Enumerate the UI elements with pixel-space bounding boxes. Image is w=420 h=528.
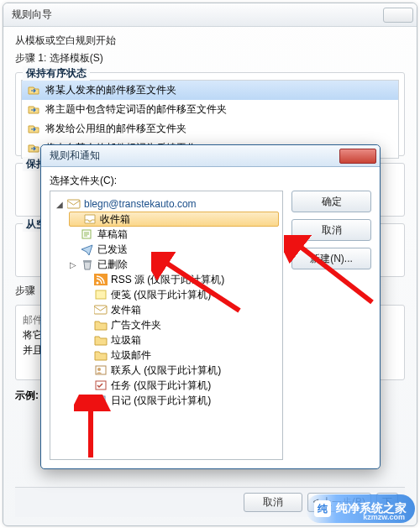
folder-picker-ok-button[interactable]: 确定 [291, 191, 371, 212]
intro-line-2: 步骤 1: 选择模板(S) [15, 51, 405, 65]
collapse-icon[interactable]: ◢ [55, 200, 64, 208]
watermark-url: kzmzw.com [363, 513, 405, 521]
tree-folder-row[interactable]: ▷日记 (仅限于此计算机) [82, 393, 279, 408]
tree-folder-row[interactable]: ▷垃圾箱 [82, 332, 279, 348]
tree-folder-label: 便笺 (仅限于此计算机) [111, 288, 211, 302]
svg-point-8 [97, 368, 101, 371]
tree-folder-row[interactable]: ▷RSS 源 (仅限于此计算机) [82, 272, 279, 287]
svg-rect-11 [97, 396, 99, 405]
ordered-group-title: 保持有序状态 [23, 66, 90, 81]
rss-icon [94, 274, 108, 285]
expand-icon[interactable]: ▷ [69, 260, 77, 269]
tree-folder-row[interactable]: ▷任务 (仅限于此计算机) [82, 378, 279, 393]
template-item-label: 将某人发来的邮件移至文件夹 [45, 83, 176, 97]
tree-folder-row[interactable]: ▷已发送 [69, 242, 279, 257]
tree-folder-row[interactable]: ▷已删除 [69, 257, 279, 272]
watermark-logo-icon: 纯 [314, 500, 331, 517]
svg-rect-2 [83, 260, 92, 262]
svg-point-4 [97, 282, 99, 285]
folder-picker-new-button[interactable]: 新建(N)... [291, 248, 371, 269]
tree-folder-row[interactable]: ▷发件箱 [82, 302, 279, 317]
tree-folder-row[interactable]: ▷草稿箱 [69, 227, 279, 242]
folder-picker-body: 选择文件夹(C): ◢blegn@transtekauto.com▷收件箱▷草稿… [41, 167, 380, 468]
tree-folder-label: 已删除 [97, 258, 128, 272]
folder-tree[interactable]: ◢blegn@transtekauto.com▷收件箱▷草稿箱▷已发送▷已删除▷… [50, 191, 283, 460]
tree-folder-label: 广告文件夹 [111, 318, 161, 332]
folder-icon [94, 319, 108, 331]
tree-folder-label: 任务 (仅限于此计算机) [111, 379, 211, 393]
tasks-icon [94, 379, 108, 391]
tree-account-label: blegn@transtekauto.com [84, 198, 197, 210]
tree-folder-label: RSS 源 (仅限于此计算机) [111, 273, 224, 287]
tree-folder-row[interactable]: ▷联系人 (仅限于此计算机) [82, 363, 279, 378]
folder-picker-dialog: 规则和通知 选择文件夹(C): ◢blegn@transtekauto.com▷… [40, 144, 381, 469]
folder-picker-label: 选择文件夹(C): [50, 174, 371, 188]
wizard-cancel-button[interactable]: 取消 [244, 493, 302, 512]
outbox-icon [94, 304, 108, 316]
template-item[interactable]: 将某人发来的邮件移至文件夹 [22, 81, 398, 100]
folder-picker-cancel-button[interactable]: 取消 [291, 219, 371, 241]
tree-folder-row[interactable]: ▷垃圾邮件 [82, 348, 279, 363]
tree-folder-label: 联系人 (仅限于此计算机) [111, 363, 221, 378]
account-icon [67, 198, 81, 210]
template-item-label: 将发给公用组的邮件移至文件夹 [45, 122, 186, 136]
folder-icon [94, 349, 108, 361]
folder-picker-title: 规则和通知 [50, 149, 339, 163]
tree-folder-label: 日记 (仅限于此计算机) [111, 394, 211, 408]
tree-folder-label: 发件箱 [111, 303, 141, 317]
tree-folder-label: 已发送 [97, 243, 128, 257]
template-item-label: 将主题中包含特定词语的邮件移至文件夹 [45, 102, 227, 117]
deleted-icon [81, 259, 94, 270]
tree-folder-label: 垃圾箱 [111, 333, 141, 348]
rules-wizard-title: 规则向导 [12, 8, 383, 22]
tree-folder-label: 草稿箱 [97, 227, 128, 242]
notes-icon [94, 289, 108, 301]
ordered-group: 保持有序状态 将某人发来的邮件移至文件夹将主题中包含特定词语的邮件移至文件夹将发… [15, 72, 405, 156]
folder-picker-close-button[interactable] [339, 149, 376, 164]
drafts-icon [81, 228, 94, 240]
intro-line-1: 从模板或空白规则开始 [15, 34, 405, 48]
svg-rect-0 [67, 200, 80, 208]
tree-folder-label: 垃圾邮件 [111, 348, 151, 363]
svg-rect-3 [94, 274, 108, 285]
template-item[interactable]: 将发给公用组的邮件移至文件夹 [22, 119, 398, 139]
move-to-folder-icon [27, 124, 40, 134]
folder-picker-side-buttons: 确定 取消 新建(N)... [291, 191, 371, 269]
tree-folder-row[interactable]: ▷便笺 (仅限于此计算机) [82, 287, 279, 302]
rules-wizard-titlebar[interactable]: 规则向导 [3, 3, 417, 27]
tree-account-row[interactable]: ◢blegn@transtekauto.com [55, 196, 279, 212]
svg-rect-5 [96, 290, 106, 299]
sent-icon [81, 243, 94, 255]
rules-wizard-close-button[interactable] [383, 8, 413, 23]
move-to-folder-icon [27, 144, 40, 154]
folder-icon [94, 334, 108, 346]
tree-folder-label: 收件箱 [100, 212, 130, 227]
inbox-icon [83, 213, 97, 225]
move-to-folder-icon [27, 105, 40, 115]
move-to-folder-icon [27, 86, 40, 96]
contacts-icon [94, 364, 108, 376]
tree-folder-row[interactable]: ▷收件箱 [69, 212, 279, 227]
tree-folder-row[interactable]: ▷广告文件夹 [82, 317, 279, 332]
journal-icon [94, 395, 108, 406]
template-item[interactable]: 将主题中包含特定词语的邮件移至文件夹 [22, 100, 398, 119]
folder-picker-titlebar[interactable]: 规则和通知 [41, 145, 380, 167]
svg-rect-6 [94, 306, 107, 314]
watermark: 纯 纯净系统之家 kzmzw.com [306, 494, 415, 523]
